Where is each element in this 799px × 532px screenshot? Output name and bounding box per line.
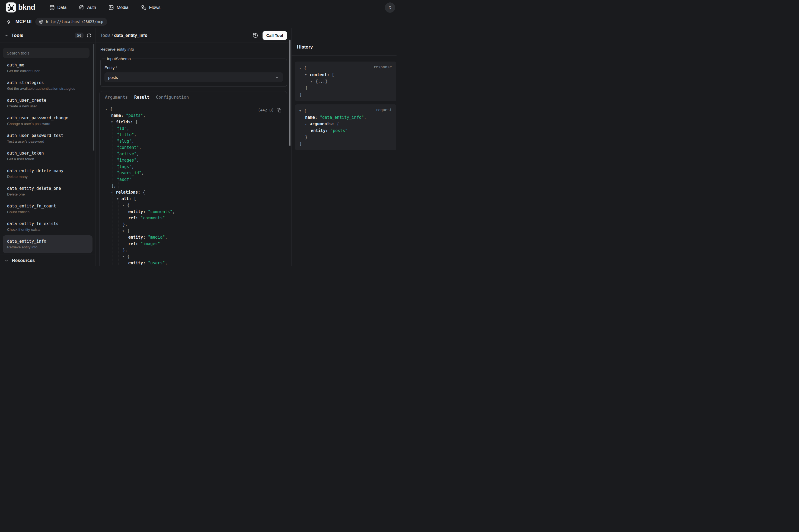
json-punct: [ xyxy=(134,196,136,201)
server-url-pill[interactable]: http://localhost:28623/mcp xyxy=(35,18,107,26)
collapse-node-icon[interactable]: ▼ xyxy=(300,65,304,72)
resources-section-header[interactable]: Resources xyxy=(0,254,95,266)
brand-logo[interactable]: bknd xyxy=(6,2,35,13)
tool-item-auth_user_create[interactable]: auth_user_createCreate a new user xyxy=(3,94,93,112)
tool-item-auth_user_password_change[interactable]: auth_user_password_changeChange a user's… xyxy=(3,112,93,130)
json-line: "asdf" xyxy=(106,176,281,183)
json-key: entity: xyxy=(311,128,330,133)
tool-item-data_entity_info[interactable]: data_entity_infoRetrieve entity info xyxy=(3,235,93,253)
tool-item-data_entity_fn_count[interactable]: data_entity_fn_countCount entities xyxy=(3,200,93,218)
collapse-node-icon[interactable]: ▼ xyxy=(300,108,304,114)
history-entry-request[interactable]: request▼{name: "data_entity_info",▼argum… xyxy=(295,104,396,150)
breadcrumb-section[interactable]: Tools xyxy=(100,33,110,38)
sidebar-scrollbar[interactable] xyxy=(93,44,94,151)
tool-item-auth_me[interactable]: auth_meGet the current user xyxy=(3,59,93,77)
nav-item-media[interactable]: Media xyxy=(109,5,129,10)
collapse-node-icon[interactable]: ▼ xyxy=(122,202,127,209)
json-string: "tags" xyxy=(117,164,132,169)
json-string: "asdf" xyxy=(117,177,132,182)
collapse-node-icon[interactable]: ▼ xyxy=(111,119,116,126)
fingerprint-icon xyxy=(79,5,84,10)
tab-configuration[interactable]: Configuration xyxy=(156,91,189,103)
workflow-icon xyxy=(141,5,147,10)
tool-name: auth_user_password_change xyxy=(7,115,88,121)
json-line: "users_id", xyxy=(106,170,281,176)
tool-description: Retrieve entity info xyxy=(100,46,287,52)
tool-description: Check if entity exists xyxy=(7,227,88,232)
json-line: ref: "comments" xyxy=(106,215,281,222)
result-tabs: ArgumentsResultConfiguration xyxy=(99,91,287,103)
result-card: ArgumentsResultConfiguration (442 B) ▼{n… xyxy=(99,91,287,266)
json-line: "images", xyxy=(106,157,281,164)
json-line: } xyxy=(300,91,393,98)
chevron-down-icon xyxy=(4,259,9,263)
entity-select[interactable]: posts xyxy=(104,72,283,82)
tool-item-data_entity_fn_exists[interactable]: data_entity_fn_existsCheck if entity exi… xyxy=(3,218,93,235)
collapse-node-icon[interactable]: ▼ xyxy=(117,196,121,202)
tool-item-data_entity_delete_one[interactable]: data_entity_delete_oneDelete one xyxy=(3,183,93,200)
tool-name: auth_user_token xyxy=(7,151,88,156)
history-toggle-button[interactable] xyxy=(253,33,258,38)
json-string: "posts" xyxy=(126,113,143,118)
json-line: entity: "posts" xyxy=(300,128,393,134)
main-panel: Tools / data_entity_info Call Tool Retri… xyxy=(95,28,291,266)
collapse-node-icon[interactable]: ▼ xyxy=(122,253,127,260)
json-punct: { xyxy=(127,254,130,259)
json-punct: , xyxy=(165,235,167,240)
history-clock-icon xyxy=(253,33,258,38)
json-key: entity: xyxy=(128,261,148,265)
json-string: "users" xyxy=(148,261,165,265)
tool-item-auth_strategies[interactable]: auth_strategiesGet the available authent… xyxy=(3,77,93,94)
call-tool-button[interactable]: Call Tool xyxy=(263,31,287,40)
collapse-node-icon[interactable]: ▼ xyxy=(305,121,310,128)
tool-name: auth_user_password_test xyxy=(7,133,88,138)
main-scrollbar[interactable] xyxy=(289,40,290,146)
json-punct: , xyxy=(364,115,366,120)
tool-description: Get the current user xyxy=(7,69,88,73)
tools-section-label: Tools xyxy=(12,33,75,38)
search-input[interactable] xyxy=(3,48,90,58)
json-punct: [ xyxy=(135,119,138,125)
history-entry-response[interactable]: response▼{▼content: [▶{...}]} xyxy=(295,61,396,101)
nav-item-label: Flows xyxy=(149,5,160,10)
globe-icon xyxy=(39,20,43,24)
history-json-viewer: ▼{▼content: [▶{...}]} xyxy=(295,61,396,101)
json-punct: { xyxy=(304,65,306,71)
json-string: "posts" xyxy=(330,128,347,133)
tool-item-data_entity_delete_many[interactable]: data_entity_delete_manyDelete many xyxy=(3,165,93,183)
tab-result[interactable]: Result xyxy=(134,91,149,103)
nav-item-data[interactable]: Data xyxy=(49,5,67,10)
json-string: "content" xyxy=(117,145,139,150)
json-string: "images" xyxy=(117,158,136,163)
avatar[interactable]: D xyxy=(385,2,395,13)
tool-item-auth_user_token[interactable]: auth_user_tokenGet a user token xyxy=(3,147,93,165)
json-punct: , xyxy=(172,209,175,214)
collapse-node-icon[interactable]: ▼ xyxy=(305,72,310,78)
tools-section-header[interactable]: Tools 50 xyxy=(0,28,95,43)
json-punct: }, xyxy=(122,222,128,227)
nav-item-auth[interactable]: Auth xyxy=(79,5,96,10)
refresh-tools-button[interactable] xyxy=(87,33,91,38)
json-punct: , xyxy=(136,158,139,163)
collapse-node-icon[interactable]: ▼ xyxy=(106,106,110,113)
collapse-node-icon[interactable]: ▼ xyxy=(111,189,116,196)
json-line: ▼{ xyxy=(106,228,281,234)
image-icon xyxy=(109,5,114,10)
json-line: name: "data_entity_info", xyxy=(300,114,393,121)
json-string: "slug" xyxy=(117,139,132,144)
tool-name: data_entity_fn_count xyxy=(7,203,88,209)
json-key: relations: xyxy=(116,190,142,195)
breadcrumb: Tools / data_entity_info xyxy=(100,33,253,38)
json-punct: ], xyxy=(111,183,116,188)
nav-item-flows[interactable]: Flows xyxy=(141,5,160,10)
json-punct: {...} xyxy=(316,79,328,84)
sidebar: Tools 50 auth_meGet the current userauth… xyxy=(0,28,95,266)
expand-node-icon[interactable]: ▶ xyxy=(311,78,316,85)
tab-arguments[interactable]: Arguments xyxy=(105,91,128,103)
json-punct: { xyxy=(337,121,339,126)
collapse-node-icon[interactable]: ▼ xyxy=(122,228,127,234)
json-line: "content", xyxy=(106,145,281,151)
tool-item-auth_user_password_test[interactable]: auth_user_password_testTest a user's pas… xyxy=(3,130,93,147)
chevron-down-icon xyxy=(275,75,279,79)
json-punct: [ xyxy=(332,72,334,77)
